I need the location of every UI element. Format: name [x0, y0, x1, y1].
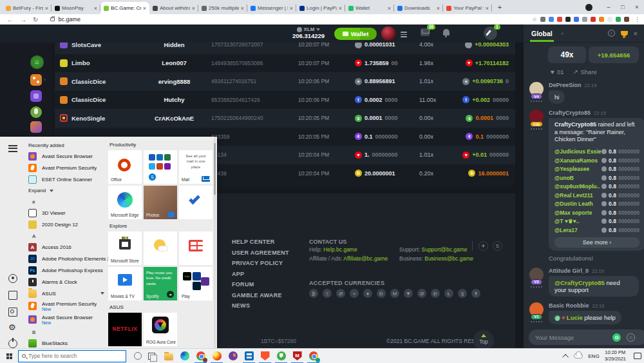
contact-link[interactable]: Affiliate@bc.game — [343, 255, 388, 262]
taskbar-icon-mcafee[interactable]: M — [289, 349, 305, 363]
task-view-icon[interactable] — [148, 353, 155, 360]
new-tab-button[interactable]: + — [495, 3, 505, 13]
recipient-name[interactable]: @T ♥♛♥.. — [554, 218, 579, 224]
contact-link[interactable]: Business@bc.game — [424, 255, 473, 262]
tab-global-chat[interactable]: Global — [530, 25, 554, 42]
action-center-icon[interactable] — [634, 353, 641, 359]
footer-link[interactable]: GAMBLE AWARE — [232, 292, 289, 299]
balance-selector[interactable]: XLM 206.314229 — [285, 26, 332, 39]
start-documents-icon[interactable] — [8, 291, 17, 300]
address-bar[interactable]: bc.game — [58, 16, 80, 23]
taskbar-icon-calculator[interactable] — [241, 349, 257, 363]
recipient-name[interactable]: @Lera17 — [554, 227, 578, 233]
footer-link[interactable]: NEWS — [232, 302, 289, 309]
table-row[interactable]: LimboLeon0071484938557085308610:20:07 PM… — [55, 54, 515, 73]
lock-icon[interactable] — [50, 17, 55, 21]
expand-button[interactable]: Expand — [26, 185, 107, 196]
extension-icon-10[interactable] — [616, 17, 621, 22]
tile-mail[interactable]: See all your mail in one placeMail — [179, 150, 213, 184]
start-settings-icon[interactable]: ⚙ — [8, 323, 17, 332]
tab-close-icon[interactable]: × — [486, 5, 489, 12]
info-icon[interactable]: i — [608, 30, 615, 37]
taskbar-icon-file-explorer[interactable] — [160, 349, 176, 363]
start-hamburger-icon[interactable] — [8, 143, 17, 152]
taskbar-icon-chrome-profile-1[interactable] — [193, 349, 209, 363]
section-letter[interactable]: A — [26, 230, 107, 241]
tab-1[interactable]: BetFury - First i-G× — [3, 2, 52, 14]
footer-link[interactable]: HELP CENTER — [232, 239, 289, 245]
chat-close-icon[interactable]: × — [634, 30, 638, 37]
sidebar-vip-icon[interactable] — [30, 106, 42, 118]
tab-2[interactable]: MoonPay× — [52, 2, 100, 14]
recipient-name[interactable]: @Max soporte — [554, 210, 592, 216]
start-app-eset-online-scanner[interactable]: ESET Online Scanner — [26, 173, 107, 185]
sidebar-slots-icon[interactable] — [30, 90, 42, 102]
tile-movies[interactable]: Movies & TV — [108, 267, 142, 300]
contact-link[interactable]: Support@bc.game — [422, 246, 468, 253]
tab-close-icon[interactable]: × — [339, 5, 342, 12]
start-button[interactable] — [0, 349, 18, 363]
browser-menu-icon[interactable]: ⋮ — [634, 16, 640, 23]
recipient-name[interactable]: @Real Levt211 — [554, 192, 593, 199]
start-power-icon[interactable] — [8, 339, 17, 348]
start-app-asus[interactable]: ASUS — [26, 288, 107, 299]
start-app-alarms-clock[interactable]: Alarms & Clock — [26, 276, 107, 288]
tile-netflix[interactable]: NETFLIX — [108, 313, 142, 346]
taskbar-icon-edge[interactable] — [176, 349, 193, 363]
tab-close-icon[interactable]: × — [45, 5, 48, 12]
chat-messages[interactable]: 49x +19.654656 ♥ 01 ↗ Share V4DePreeSion… — [524, 43, 644, 326]
tile-office[interactable]: Office — [108, 150, 142, 184]
tile-edge[interactable]: Microsoft Edge — [108, 186, 142, 219]
recipient-name[interactable]: @xup6ux96oplu.. — [554, 183, 600, 190]
extension-icon-4[interactable] — [565, 17, 571, 22]
back-icon[interactable]: ← — [7, 16, 14, 23]
trophy-icon[interactable] — [621, 31, 628, 36]
start-app-access-2016[interactable]: AAccess 2016 — [26, 241, 107, 253]
tab-close-icon[interactable]: × — [290, 5, 293, 12]
tile-weather[interactable] — [144, 231, 177, 265]
taskbar-icon-brave[interactable] — [257, 349, 273, 363]
tab-4[interactable]: About withdraw. |× — [149, 2, 198, 14]
sidebar-dice-icon[interactable] — [30, 74, 42, 86]
start-app-adobe-photoshop-elements-2020[interactable]: 20Adobe Photoshop Elements 2020 — [26, 253, 107, 264]
tab-close-icon[interactable]: × — [192, 5, 195, 12]
start-app-2020-design-12[interactable]: 2020 Design 12 — [26, 219, 107, 230]
extension-icon-8[interactable] — [599, 17, 604, 22]
tile-suite[interactable]: S — [144, 150, 177, 184]
tile-rog[interactable]: ROG Aura Core — [144, 313, 177, 346]
table-row[interactable]: KenoSingleCrAKcOkAnE1750215064499024010:… — [55, 109, 515, 128]
recipient-name[interactable]: @XananaRamos — [554, 157, 598, 164]
start-app-avast-premium-security[interactable]: Avast Premium SecurityNew — [26, 299, 107, 313]
mention[interactable]: @CraftyCrypto85 — [554, 279, 605, 286]
username[interactable]: CraftyCrypto85 — [549, 110, 591, 116]
tab-close-icon[interactable]: × — [143, 5, 146, 12]
onedrive-cloud-icon[interactable] — [574, 353, 583, 358]
start-app-avast-secure-browser[interactable]: Avast Secure Browser — [26, 150, 107, 162]
tab-10[interactable]: Your PayPal verific× — [443, 2, 492, 14]
mention[interactable]: Lucie — [567, 314, 583, 321]
skype-icon[interactable]: S — [493, 241, 502, 251]
like-button[interactable]: ♥ 01 — [551, 68, 564, 75]
user-avatar[interactable] — [381, 26, 395, 41]
start-app-avast-premium-security[interactable]: Avast Premium Security — [26, 162, 107, 173]
cortana-icon[interactable] — [134, 352, 142, 360]
extension-icon-1[interactable] — [540, 17, 545, 22]
tab-8[interactable]: Wallet× — [345, 2, 394, 14]
footer-link[interactable]: APP — [232, 271, 289, 277]
sidebar-dice-expand-icon[interactable]: › — [44, 77, 46, 83]
tab-9[interactable]: Downloads× — [394, 2, 443, 14]
tile-photos[interactable]: Photos — [144, 186, 177, 219]
tile-spotify[interactable]: Play music you love. No credit cards.●Sp… — [144, 267, 177, 300]
tab-3[interactable]: BC.Game: Crypto C× — [100, 2, 149, 14]
account-menu-icon[interactable] — [401, 30, 407, 39]
extension-icon-9[interactable] — [607, 17, 612, 22]
forward-icon[interactable]: → — [20, 16, 26, 23]
username[interactable]: DePreeSion — [549, 82, 582, 88]
bookmark-star-icon[interactable]: ☆ — [532, 16, 537, 23]
start-app-3d-viewer[interactable]: 3D Viewer — [26, 207, 107, 219]
tab-5[interactable]: 250k multiplier - S× — [198, 2, 247, 14]
taskbar-icon-firefox[interactable] — [209, 349, 225, 363]
tile-news[interactable] — [179, 231, 213, 265]
username[interactable]: Attitude Girl_0 — [549, 268, 589, 274]
table-row[interactable]: ClassicDiceHutchy953388250461742610:20:0… — [55, 91, 515, 110]
